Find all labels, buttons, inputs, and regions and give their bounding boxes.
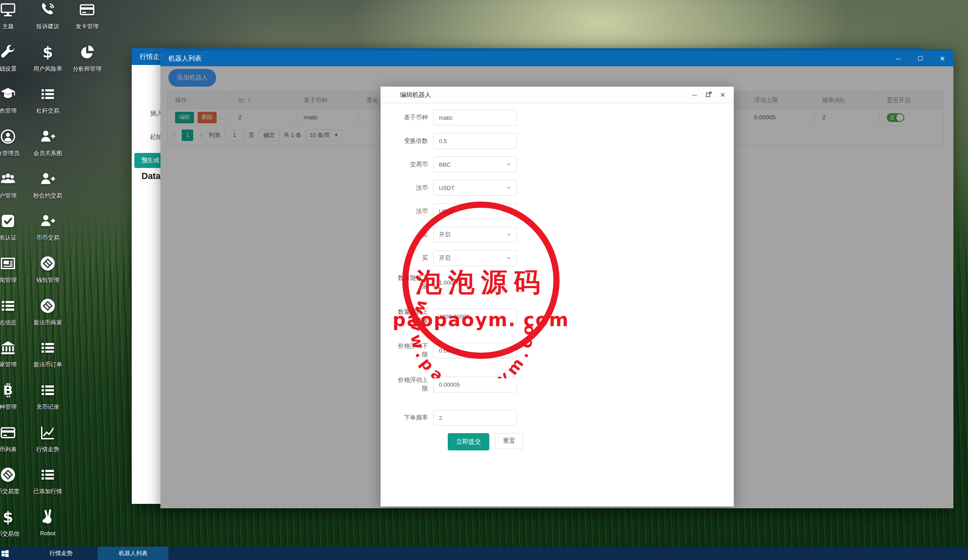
newspaper-icon: [0, 255, 16, 271]
fiat-select-2[interactable]: USDT: [433, 203, 517, 219]
list-icon: [0, 298, 16, 314]
minimize-icon[interactable]: ─: [887, 55, 909, 62]
multiplier-input[interactable]: 0.5: [433, 133, 517, 149]
list-icon: [40, 382, 56, 398]
desktop-icon-news[interactable]: 闻管理: [0, 255, 28, 284]
desktop-icon-member-graph[interactable]: 会员关系图: [28, 129, 68, 157]
chart-line-icon: [40, 425, 56, 441]
user-plus-icon: [40, 171, 56, 187]
trade-coin-select[interactable]: BBC: [433, 156, 517, 172]
field-price-upper: 价格浮动上限0.00005: [395, 376, 734, 393]
field-base-coin: 基于币种matic: [395, 110, 734, 126]
taskbar-task-market-trend[interactable]: 行情走势: [26, 547, 96, 560]
field-qty-upper: 数量随机上限1000.00000: [395, 308, 734, 325]
desktop-icon-feedback[interactable]: 投诉建议: [28, 2, 68, 30]
dollar-icon: [0, 509, 16, 525]
dialog-fullscreen-icon[interactable]: [704, 91, 713, 99]
diamond-circle-icon: [40, 298, 56, 314]
window-title: 机器人列表: [160, 54, 202, 63]
phone-icon: [40, 2, 56, 18]
desktop-icon-deposit-records[interactable]: 充币记录: [28, 382, 68, 411]
desktop-icon-robot[interactable]: Robot: [28, 509, 68, 537]
qty-upper-input[interactable]: 1000.00000: [433, 309, 517, 324]
field-qty-lower: 数量随机下限1.00000: [395, 274, 734, 291]
field-order-frequency: 下单频率2: [395, 410, 734, 426]
order-frequency-input[interactable]: 2: [433, 410, 517, 426]
field-buy: 买开启: [395, 250, 734, 266]
card-icon: [79, 2, 95, 18]
field-fiat-2: 法币USDT: [395, 203, 734, 219]
desktop-icon-kyc[interactable]: 名认证: [0, 213, 28, 242]
base-coin-input[interactable]: matic: [433, 110, 517, 126]
field-multiplier: 变换倍数0.5: [395, 133, 734, 149]
price-upper-input[interactable]: 0.00005: [433, 377, 517, 392]
field-price-lower: 价格浮动下限0.00001: [395, 342, 734, 359]
maximize-icon[interactable]: ☐: [909, 55, 931, 62]
graduation-cap-icon: [0, 86, 16, 102]
edit-robot-form: 基于币种matic 变换倍数0.5 交易币BBC 法币USDT 法币USDT 卖…: [381, 103, 734, 450]
dialog-close-icon[interactable]: ✕: [718, 91, 728, 99]
desktop-icon-fiat-info[interactable]: 币交易信: [0, 509, 28, 538]
desktop-icon-spot-trade[interactable]: 币币交易: [28, 213, 68, 242]
window-titlebar[interactable]: 机器人列表 ─ ☐ ✕: [160, 50, 953, 66]
user-plus-icon: [40, 129, 56, 145]
taskbar-task-robot-list[interactable]: 机器人列表: [98, 547, 168, 560]
desktop-icon-wallet[interactable]: 钱包管理: [28, 255, 68, 284]
reset-button[interactable]: 重置: [495, 433, 523, 449]
bitcoin-icon: [0, 382, 16, 398]
buy-select[interactable]: 开启: [433, 250, 517, 266]
start-button[interactable]: [0, 550, 12, 557]
edit-robot-dialog[interactable]: 编辑机器人 ─ ✕ 基于币种matic 变换倍数0.5 交易币BBC 法币USD…: [381, 87, 734, 507]
list-icon: [40, 340, 56, 356]
windows-logo-icon: [1, 550, 9, 557]
pie-chart-icon: [79, 44, 95, 60]
price-lower-input[interactable]: 0.00001: [433, 343, 517, 358]
diamond-circle-icon: [40, 255, 56, 271]
fiat-select-1[interactable]: USDT: [433, 180, 517, 196]
desktop-icon-logs[interactable]: 志信息: [0, 298, 28, 327]
check-square-icon: [0, 213, 16, 229]
desktop-icon-coin-mgmt[interactable]: 种管理: [0, 382, 28, 411]
user-circle-icon: [0, 129, 16, 145]
desktop-icon-risk-rate[interactable]: 用户风险率: [28, 44, 68, 73]
desktop-icon-fiat-orders[interactable]: 新法币订单: [28, 340, 68, 369]
desktop-icon-merchant[interactable]: 家管理: [0, 340, 28, 369]
list-icon: [40, 86, 56, 102]
taskbar: 行情走势 机器人列表: [0, 547, 968, 560]
field-fiat-1: 法币USDT: [395, 180, 734, 196]
desktop-icon-fiat-demand[interactable]: 币交易需: [0, 467, 28, 495]
field-trade-coin: 交易币BBC: [395, 156, 734, 172]
desktop-icon-withdraw-list[interactable]: 币列表: [0, 425, 28, 453]
monitor-icon: [0, 2, 16, 18]
desktop-icon-role-mgmt[interactable]: 色管理: [0, 86, 28, 115]
desktop-icon-second-contract[interactable]: 秒合约交易: [28, 171, 68, 200]
sell-select[interactable]: 开启: [433, 227, 517, 243]
dollar-icon: [40, 44, 56, 60]
bank-icon: [0, 340, 16, 356]
close-icon[interactable]: ✕: [931, 55, 953, 63]
desktop-icon-base-settings[interactable]: 础设置: [0, 44, 28, 73]
desktop-icon-card-issue[interactable]: 发卡管理: [67, 2, 107, 30]
qty-lower-input[interactable]: 1.00000: [433, 274, 517, 290]
list-icon: [40, 467, 56, 483]
submit-button[interactable]: 立即提交: [448, 433, 489, 450]
desktop-icon-leverage[interactable]: 杠杆交易: [28, 86, 68, 115]
window-content: 添加机器人 操作 ID▲▼ 基于币种 变化 浮动上限 频率(秒) 是否开启 编辑…: [160, 66, 953, 508]
dialog-titlebar[interactable]: 编辑机器人 ─ ✕: [381, 87, 734, 103]
field-sell: 卖开启: [395, 227, 734, 243]
desktop-icon-label: 主题: [0, 23, 28, 30]
users-icon: [0, 171, 16, 187]
wrench-icon: [0, 44, 16, 60]
desktop-icon-user-mgmt[interactable]: 户管理: [0, 171, 28, 200]
dialog-minimize-icon[interactable]: ─: [690, 91, 699, 99]
user-plus-icon: [40, 213, 56, 229]
card-icon: [0, 425, 16, 441]
desktop-icon-added-markets[interactable]: 已添加行情: [28, 467, 68, 495]
robot-list-window[interactable]: 机器人列表 ─ ☐ ✕ 添加机器人 操作 ID▲▼ 基于币种 变化 浮动上限 频…: [160, 50, 953, 508]
desktop-icon-admin[interactable]: 台管理员: [0, 129, 28, 157]
desktop-icon-analyst[interactable]: 分析师管理: [67, 44, 107, 73]
desktop-icon-fiat-merchant[interactable]: 新法币商家: [28, 298, 68, 327]
desktop-icon-market-trend[interactable]: 行情走势: [28, 425, 68, 453]
hand-icon: [40, 509, 56, 525]
desktop-icon-theme[interactable]: 主题: [0, 2, 28, 30]
